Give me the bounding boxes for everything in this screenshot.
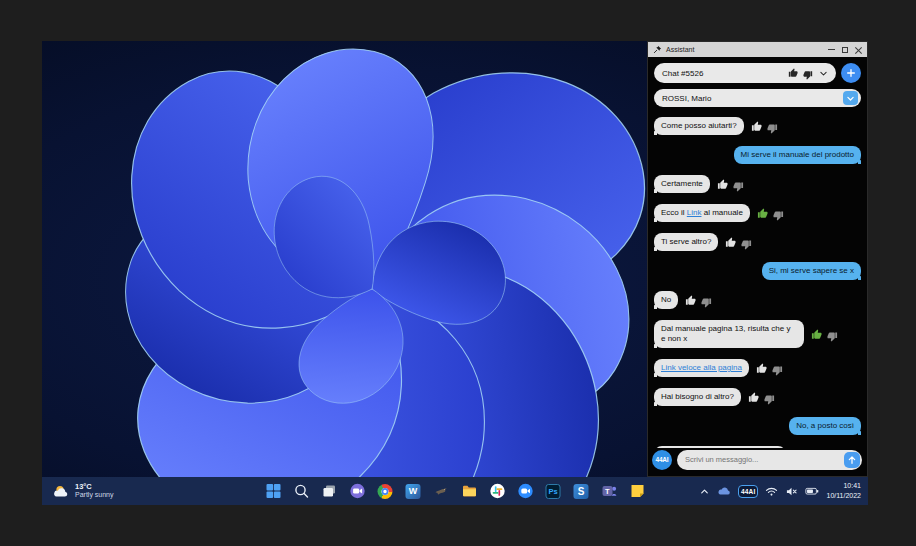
file-explorer-icon[interactable] — [461, 483, 478, 500]
message-bubble: Hai bisogno di altro? — [654, 388, 741, 406]
message-row: Si, mi serve sapere se x — [654, 262, 861, 280]
44ai-badge-label: 44AI — [738, 485, 759, 498]
message-link[interactable]: Link — [687, 208, 702, 217]
arrow-up-icon — [847, 455, 857, 465]
chevron-up-icon[interactable] — [699, 486, 710, 497]
thumbs-up-icon[interactable] — [725, 237, 736, 248]
close-button[interactable] — [855, 46, 862, 53]
assistant-avatar: 44AI — [652, 450, 672, 470]
44ai-badge[interactable]: 44AI — [738, 485, 759, 498]
message-text: Come posso aiutarti? — [661, 121, 737, 130]
chat-selector-value: Chat #5526 — [662, 69, 788, 78]
eagle-icon[interactable] — [433, 483, 450, 500]
message-bubble: Mi serve il manuale del prodotto — [734, 146, 861, 164]
thumbs-up-icon[interactable] — [811, 329, 822, 340]
message-bubble: Ecco il Link al manuale — [654, 204, 750, 222]
send-button[interactable] — [844, 452, 860, 468]
zoom-icon[interactable] — [517, 483, 534, 500]
message-bubble: Dal manuale pagina 13, risulta che y e n… — [654, 320, 804, 348]
message-reactions — [717, 179, 744, 190]
snagit-icon[interactable]: S — [573, 483, 590, 500]
message-list: Come posso aiutarti?Mi serve il manuale … — [654, 117, 861, 476]
message-row: Mi serve il manuale del prodotto — [654, 146, 861, 164]
sticky-notes-icon[interactable] — [629, 483, 646, 500]
thumbs-down-icon[interactable] — [733, 181, 744, 192]
taskbar: 13°C Partly sunny WPsST 44AI 10:41 10/11… — [42, 477, 868, 505]
maximize-button[interactable] — [842, 47, 848, 53]
thumbs-up-icon[interactable] — [717, 179, 728, 190]
taskbar-app-icons: WPsST — [265, 477, 646, 505]
composer: 44AI — [648, 448, 867, 476]
weather-widget[interactable]: 13°C Partly sunny — [52, 477, 114, 505]
wifi-icon[interactable] — [765, 486, 778, 497]
photoshop-icon[interactable]: Ps — [545, 483, 562, 500]
message-text: Hai bisogno di altro? — [661, 392, 734, 401]
thumbs-down-icon[interactable] — [773, 210, 784, 221]
assistant-titlebar[interactable]: Assistant — [648, 42, 867, 57]
weather-temp: 13°C — [75, 483, 114, 492]
thumbs-down-icon[interactable] — [741, 239, 752, 250]
thumbs-up-icon[interactable] — [751, 121, 762, 132]
slack-icon[interactable] — [489, 483, 506, 500]
thumbs-up-icon[interactable] — [757, 208, 768, 219]
message-link[interactable]: Link veloce alla pagina — [661, 363, 742, 372]
message-bubble: Ti serve altro? — [654, 233, 718, 251]
thumbs-down-icon[interactable] — [772, 365, 783, 376]
start-icon[interactable] — [265, 483, 282, 500]
chat-selector-chevron-down-icon[interactable] — [819, 69, 828, 78]
message-reactions — [748, 392, 775, 403]
video-chat-icon[interactable] — [349, 483, 366, 500]
onedrive-cloud-icon[interactable] — [717, 486, 731, 497]
message-bubble: Si, mi serve sapere se x — [762, 262, 861, 280]
message-bubble: Link veloce alla pagina — [654, 359, 749, 377]
chrome-icon[interactable] — [377, 483, 394, 500]
teams-icon[interactable]: T — [601, 483, 618, 500]
message-text: No — [661, 295, 671, 304]
chat-selector[interactable]: Chat #5526 — [654, 63, 836, 83]
thumbs-down-icon[interactable] — [767, 123, 778, 134]
message-text: Dal manuale pagina 13, risulta che y e n… — [661, 324, 790, 343]
thumbs-down-icon[interactable] — [701, 297, 712, 308]
message-row: Link veloce alla pagina — [654, 359, 861, 377]
message-input[interactable] — [685, 455, 844, 464]
task-view-icon[interactable] — [321, 483, 338, 500]
message-row: No, a posto così — [654, 417, 861, 435]
search-icon[interactable] — [293, 483, 310, 500]
message-text: No, a posto così — [796, 421, 854, 430]
thumbs-up-icon[interactable] — [685, 295, 696, 306]
battery-icon[interactable] — [805, 486, 819, 496]
minimize-button[interactable] — [828, 49, 835, 50]
word-icon[interactable]: W — [405, 483, 422, 500]
message-reactions — [725, 237, 752, 248]
tray-time: 10:41 — [826, 481, 861, 491]
contact-selector[interactable]: ROSSI, Mario — [654, 89, 861, 107]
taskbar-clock[interactable]: 10:41 10/11/2022 — [826, 481, 861, 501]
message-text: al manuale — [701, 208, 742, 217]
message-row: Dal manuale pagina 13, risulta che y e n… — [654, 320, 861, 348]
thumbs-up-icon[interactable] — [756, 363, 767, 374]
plus-icon — [846, 68, 856, 78]
message-reactions — [751, 121, 778, 132]
thumbs-down-icon[interactable] — [764, 394, 775, 405]
new-chat-button[interactable] — [841, 63, 861, 83]
message-row: No — [654, 291, 861, 309]
thumbs-up-icon[interactable] — [748, 392, 759, 403]
message-row: Ti serve altro? — [654, 233, 861, 251]
system-tray: 44AI 10:41 10/11/2022 — [699, 477, 861, 505]
message-reactions — [811, 329, 838, 340]
volume-mute-icon[interactable] — [785, 486, 798, 497]
chat-thumbs-up-icon[interactable] — [788, 68, 798, 78]
chat-thumbs-down-icon[interactable] — [803, 70, 813, 80]
contact-expand-button[interactable] — [843, 91, 858, 105]
message-reactions — [757, 208, 784, 219]
svg-text:T: T — [605, 487, 610, 496]
message-text: Certamente — [661, 179, 703, 188]
message-input-wrap — [677, 450, 862, 470]
assistant-body: Chat #5526 ROSSI, Mario — [648, 57, 867, 476]
weather-condition: Partly sunny — [75, 491, 114, 499]
window-title: Assistant — [666, 46, 824, 53]
message-bubble: No — [654, 291, 678, 309]
message-reactions — [756, 363, 783, 374]
message-text: Si, mi serve sapere se x — [769, 266, 854, 275]
thumbs-down-icon[interactable] — [827, 331, 838, 342]
